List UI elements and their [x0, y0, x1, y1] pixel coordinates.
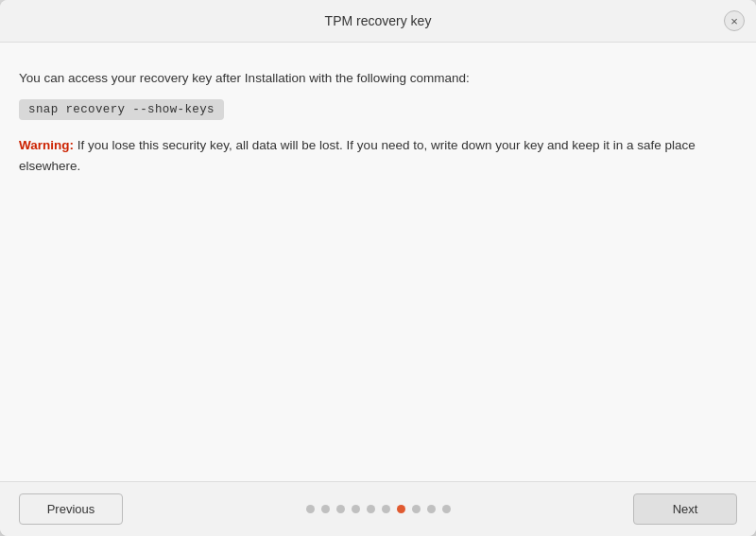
dot-8 [412, 505, 421, 513]
dialog-footer: Previous Next [0, 481, 756, 536]
dot-3 [336, 505, 345, 513]
command-code-block: snap recovery --show-keys [19, 99, 224, 120]
description-text: You can access your recovery key after I… [19, 69, 737, 88]
warning-label: Warning: [19, 138, 74, 152]
next-button[interactable]: Next [633, 493, 737, 525]
dot-6 [382, 505, 390, 513]
dot-2 [321, 505, 330, 513]
dialog-header: TPM recovery key × [0, 0, 756, 43]
warning-paragraph: Warning: If you lose this security key, … [19, 135, 737, 176]
dot-4 [352, 505, 360, 513]
dot-10 [442, 505, 451, 513]
close-button[interactable]: × [724, 10, 745, 31]
dot-5 [367, 505, 375, 513]
previous-button[interactable]: Previous [19, 493, 123, 525]
dialog-content: You can access your recovery key after I… [0, 43, 756, 481]
dot-7-active [397, 505, 405, 513]
dot-9 [427, 505, 436, 513]
dot-1 [306, 505, 315, 513]
tpm-recovery-dialog: TPM recovery key × You can access your r… [0, 0, 756, 536]
pagination-dots [306, 505, 451, 513]
warning-body-text: If you lose this security key, all data … [19, 138, 696, 173]
dialog-title: TPM recovery key [325, 13, 432, 28]
